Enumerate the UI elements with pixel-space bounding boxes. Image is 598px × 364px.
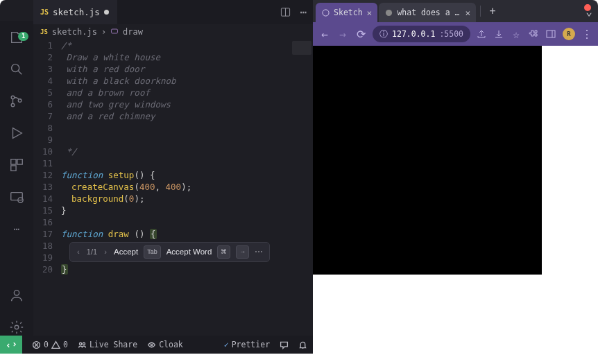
favicon-icon [321,8,330,17]
vscode-window: ⋯ 1 JS sketch.js ⋯ [0,0,313,354]
svg-rect-7 [11,193,23,200]
profile-avatar[interactable]: R [563,28,575,40]
suggest-more-icon[interactable]: ⋯ [255,246,264,258]
share-icon[interactable] [476,28,487,40]
breadcrumb[interactable]: JS sketch.js › draw [33,24,313,40]
code-line[interactable] [61,134,306,146]
extensions-icon[interactable] [8,157,25,173]
search-icon[interactable] [8,61,25,78]
inline-suggest-toolbar: ‹ 1/1 › Accept Tab Accept Word ⌘ → ⋯ [69,242,270,262]
next-suggestion-icon[interactable]: › [103,246,108,258]
code-line[interactable] [61,122,306,134]
code-area[interactable]: ‹ 1/1 › Accept Tab Accept Word ⌘ → ⋯ /* … [61,40,313,336]
minimap[interactable] [292,41,311,55]
svg-rect-19 [547,31,555,37]
symbol-icon [110,27,119,37]
chevron-right-icon: › [101,27,106,37]
account-icon[interactable] [8,287,25,304]
reload-button[interactable]: ⟳ [354,28,367,41]
explorer-badge: 1 [18,32,28,41]
remote-indicator[interactable] [0,336,22,354]
extensions-puzzle-icon[interactable] [528,28,539,40]
window-close-button[interactable] [584,4,591,11]
tab-more-icon[interactable]: ⋯ [298,7,309,18]
svg-rect-12 [112,29,118,33]
status-bar: 0 0 Live Share Cloak ✓ Prettier [0,336,313,354]
problems-counter[interactable]: 0 0 [32,340,68,349]
js-file-icon: JS [40,8,49,16]
new-tab-button[interactable]: + [485,2,499,20]
prev-suggestion-icon[interactable]: ‹ [76,246,81,258]
code-line[interactable]: and a brown roof [61,87,306,98]
editor-tab-row: JS sketch.js ⋯ [33,0,313,24]
accept-word-key1: ⌘ [217,245,230,259]
svg-rect-5 [17,159,22,164]
code-line[interactable]: with a red door [61,63,306,75]
activity-bar: ⋯ [0,21,33,336]
code-line[interactable] [61,157,306,169]
code-line[interactable]: function setup() { [61,169,306,181]
code-line[interactable] [61,216,306,228]
browser-menu-icon[interactable]: ⋮ [581,28,592,40]
bell-icon[interactable] [298,340,307,349]
svg-point-3 [18,99,22,103]
split-editor-icon[interactable] [280,7,291,18]
browser-viewport [313,46,598,354]
remote-explorer-icon[interactable] [8,189,25,205]
editor-tab-sketch[interactable]: JS sketch.js [33,0,117,24]
tab-close-icon[interactable]: × [465,8,471,17]
breadcrumb-symbol: draw [123,27,143,37]
svg-point-0 [12,64,19,72]
address-bar[interactable]: ⓘ 127.0.0.1:5500 [373,26,470,42]
desktop: ⋯ 1 JS sketch.js ⋯ [0,0,598,364]
accept-button[interactable]: Accept [114,246,138,258]
suggestion-counter: 1/1 [87,246,97,258]
browser-tab-search[interactable]: what does a drawn ca × [379,3,476,22]
more-icon[interactable]: ⋯ [8,220,25,237]
svg-rect-4 [11,159,16,164]
prettier-button[interactable]: ✓ Prettier [224,340,270,349]
code-line[interactable]: createCanvas(400, 400); [61,181,306,193]
tab-close-icon[interactable]: × [367,8,373,17]
js-file-icon: JS [40,28,48,35]
back-button[interactable]: ← [318,28,331,41]
downloads-icon[interactable] [493,28,504,40]
feedback-icon[interactable] [280,340,289,349]
code-line[interactable]: /* [61,40,306,51]
side-panel-icon[interactable] [545,28,556,40]
svg-point-15 [83,343,85,345]
settings-gear-icon[interactable] [8,319,25,336]
svg-point-18 [386,9,392,15]
tab-separator [480,6,481,17]
bookmark-star-icon[interactable]: ☆ [511,28,522,40]
browser-window: Sketch × what does a drawn ca × + ⌄ ← → … [313,0,598,354]
code-line[interactable]: and a red chimney [61,110,306,122]
browser-toolbar: ← → ⟳ ⓘ 127.0.0.1:5500 ☆ [313,22,598,46]
site-info-icon[interactable]: ⓘ [379,29,388,40]
breadcrumb-file: sketch.js [52,27,97,37]
line-gutter: 1234567891011121314151617181920 [33,40,61,336]
code-line[interactable]: function draw () { [61,228,306,240]
url-port: :5500 [439,29,463,39]
browser-tab-sketch[interactable]: Sketch × [316,3,377,22]
code-line[interactable]: Draw a white house [61,51,306,63]
accept-word-key2: → [236,245,249,259]
code-line[interactable]: and two grey windows [61,98,306,110]
code-line[interactable]: with a black doorknob [61,75,306,87]
code-line[interactable]: } [61,263,306,275]
browser-tab-strip: Sketch × what does a drawn ca × + ⌄ [313,0,598,22]
run-debug-icon[interactable] [8,125,25,141]
forward-button[interactable]: → [336,28,349,41]
p5-canvas [313,46,542,275]
accept-word-button[interactable]: Accept Word [166,246,212,258]
cloak-button[interactable]: Cloak [147,340,183,349]
code-line[interactable]: */ [61,146,306,157]
code-line[interactable]: } [61,205,306,216]
url-host: 127.0.0.1 [392,29,435,39]
browser-tab-title: Sketch [334,8,363,17]
code-line[interactable]: background(0); [61,193,306,205]
source-control-icon[interactable] [8,93,25,110]
live-share-button[interactable]: Live Share [78,340,137,349]
code-editor[interactable]: 1234567891011121314151617181920 ‹ 1/1 › … [33,40,313,336]
svg-point-10 [15,325,19,329]
